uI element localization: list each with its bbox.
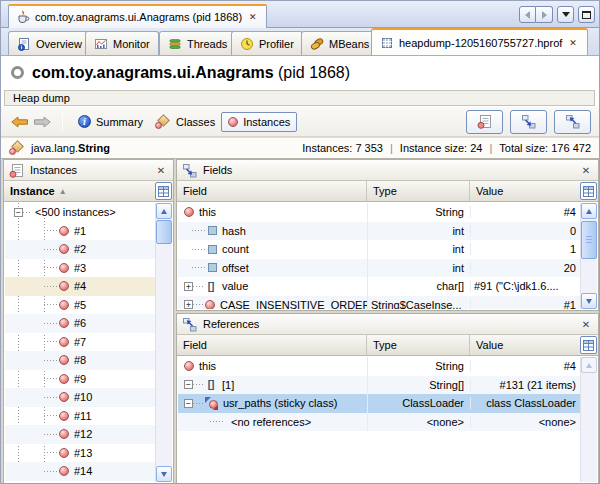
instance-list-item[interactable]: #7: [5, 333, 155, 352]
instance-icon: [59, 226, 69, 236]
close-icon[interactable]: ✕: [247, 12, 259, 22]
column-field[interactable]: Field: [177, 181, 367, 201]
table-settings-button[interactable]: [155, 182, 172, 200]
scroll-tabs-right-button[interactable]: [536, 6, 553, 23]
instance-list-item[interactable]: #13: [5, 444, 155, 463]
table-row[interactable]: −usr_paths (sticky class)ClassLoaderclas…: [178, 394, 580, 413]
fields-column-header[interactable]: Field Type Value: [177, 181, 598, 202]
instance-list-item[interactable]: #10: [5, 388, 155, 407]
references-column-header[interactable]: Field Type Value: [177, 335, 598, 356]
close-icon[interactable]: ✕: [579, 165, 593, 176]
scroll-up-button[interactable]: [581, 357, 597, 373]
table-row[interactable]: offsetint20: [178, 259, 580, 278]
column-value[interactable]: Value: [470, 181, 580, 201]
table-row[interactable]: thisString#4: [178, 203, 580, 222]
column-type[interactable]: Type: [367, 335, 470, 355]
arrow-down-icon: [586, 299, 592, 304]
field-icon: [208, 245, 217, 254]
instance-list-item[interactable]: #5: [5, 296, 155, 315]
document-tab-bar: Overview Monitor Threads: [1, 28, 599, 56]
tab-threads[interactable]: Threads: [159, 31, 236, 55]
classes-view-button[interactable]: Classes: [149, 112, 221, 132]
cell-type: ClassLoader: [368, 397, 471, 409]
app-tab-anagrams[interactable]: com.toy.anagrams.ui.Anagrams (pid 1868) …: [8, 4, 267, 28]
column-value[interactable]: Value: [470, 335, 580, 355]
tree-line: [44, 434, 57, 435]
process-name: com.toy.anagrams.ui.Anagrams: [32, 64, 274, 81]
summary-view-button[interactable]: Summary: [72, 112, 149, 131]
collapse-icon[interactable]: −: [184, 380, 193, 389]
close-icon[interactable]: ✕: [154, 165, 168, 176]
close-icon[interactable]: ✕: [567, 38, 579, 48]
tab-list-dropdown-button[interactable]: [557, 6, 574, 23]
instance-label: #4: [74, 280, 86, 292]
references-scrollbar[interactable]: [580, 357, 597, 482]
java-cup-icon: [16, 10, 30, 24]
tab-profiler[interactable]: Profiler: [231, 31, 303, 55]
fields-pane-icon: [182, 163, 197, 178]
instance-list-item[interactable]: #6: [5, 314, 155, 333]
table-row[interactable]: thisString#4: [178, 357, 580, 376]
maximize-button[interactable]: [578, 6, 595, 23]
collapse-icon[interactable]: −: [14, 208, 23, 217]
scroll-up-button[interactable]: [156, 203, 172, 219]
tab-mbeans[interactable]: MBeans: [301, 31, 378, 55]
instance-list-item[interactable]: #2: [5, 240, 155, 259]
close-icon[interactable]: ✕: [579, 319, 593, 330]
table-settings-button[interactable]: [580, 182, 597, 200]
collapse-icon[interactable]: −: [184, 399, 193, 408]
scrollbar-thumb[interactable]: [581, 221, 597, 259]
field-label: this: [199, 360, 216, 372]
instance-list-item[interactable]: #11: [5, 407, 155, 426]
instance-list-item[interactable]: #9: [5, 370, 155, 389]
instance-list-item[interactable]: #3: [5, 259, 155, 278]
cell-field: −usr_paths (sticky class): [178, 394, 368, 413]
back-button[interactable]: [9, 114, 31, 130]
field-label: CASE_INSENSITIVE_ORDER: [220, 299, 368, 309]
table-row[interactable]: +CASE_INSENSITIVE_ORDERString$CaseInse..…: [178, 296, 580, 310]
toggle-references-pane-button[interactable]: [554, 110, 591, 134]
instances-column-header[interactable]: Instance ▲: [4, 181, 173, 202]
instances-panel: Instances ✕ Instance ▲ −<500 instances>: [3, 159, 174, 484]
cell-value: #4: [471, 206, 580, 218]
column-field[interactable]: Field: [177, 335, 367, 355]
instance-list-item[interactable]: #8: [5, 351, 155, 370]
table-row[interactable]: −[][1]String[]#131 (21 items): [178, 376, 580, 395]
heapdump-icon: [380, 36, 394, 50]
instance-icon: [228, 117, 238, 127]
scrollbar-thumb[interactable]: [156, 220, 172, 244]
column-type[interactable]: Type: [367, 181, 470, 201]
toggle-instances-pane-button[interactable]: [466, 110, 503, 134]
references-pane-icon: [182, 317, 197, 332]
instance-list-item[interactable]: #4: [5, 277, 155, 296]
tab-heapdump[interactable]: heapdump-1205160755727.hprof ✕: [371, 28, 588, 55]
expand-icon[interactable]: +: [184, 282, 193, 291]
instances-tree: −<500 instances>#1#2#3#4#5#6#7#8#9#10#11…: [5, 203, 155, 482]
instances-list-body: −<500 instances>#1#2#3#4#5#6#7#8#9#10#11…: [5, 203, 172, 482]
instances-pane-icon: [477, 114, 492, 129]
class-info-bar: java.lang.String Instances: 7 353 | Inst…: [1, 137, 599, 159]
instance-list-item[interactable]: #14: [5, 462, 155, 481]
tree-item-root[interactable]: −<500 instances>: [5, 203, 155, 222]
tab-monitor[interactable]: Monitor: [85, 31, 159, 55]
table-row[interactable]: +[]valuechar[]#91 ("C:\jdk1.6....: [178, 277, 580, 296]
table-row[interactable]: countint1: [178, 240, 580, 259]
table-row[interactable]: hashint0: [178, 222, 580, 241]
instance-list-item[interactable]: #15: [5, 481, 155, 483]
instances-scrollbar[interactable]: [155, 203, 172, 482]
table-settings-button[interactable]: [580, 336, 597, 354]
scroll-down-button[interactable]: [581, 293, 597, 309]
toggle-fields-pane-button[interactable]: [510, 110, 547, 134]
fields-scrollbar[interactable]: [580, 203, 597, 309]
instance-list-item[interactable]: #12: [5, 425, 155, 444]
scroll-up-button[interactable]: [581, 203, 597, 219]
scroll-tabs-left-button[interactable]: [519, 6, 536, 23]
scroll-down-button[interactable]: [156, 466, 172, 482]
instances-view-button[interactable]: Instances: [221, 112, 297, 132]
forward-button[interactable]: [31, 114, 53, 130]
table-row[interactable]: <no references><none><none>: [178, 413, 580, 432]
instance-list-item[interactable]: #1: [5, 222, 155, 241]
instance-icon: [59, 411, 69, 421]
expand-icon[interactable]: +: [184, 300, 193, 309]
tab-overview[interactable]: Overview: [8, 31, 91, 55]
